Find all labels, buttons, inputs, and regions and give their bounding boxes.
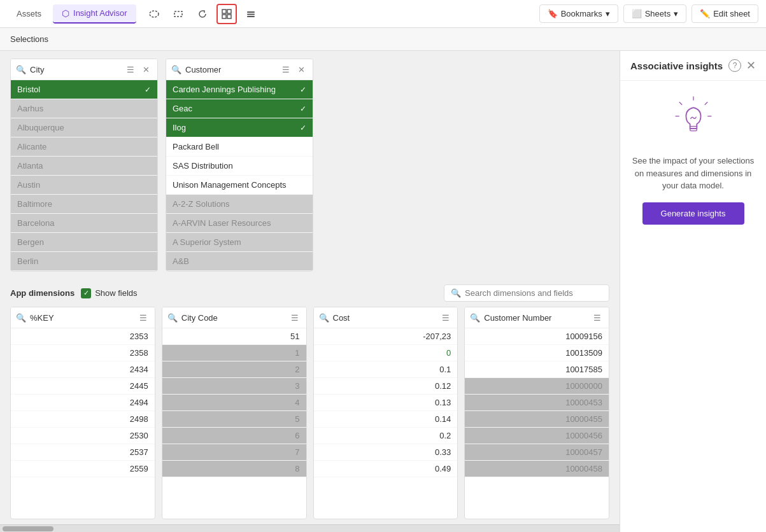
list-item[interactable]: 10000453 — [465, 395, 609, 411]
topbar-tool-icons — [144, 4, 261, 24]
list-item[interactable]: 2494 — [11, 395, 155, 411]
city-list-icon[interactable]: ☰ — [124, 63, 137, 76]
list-item[interactable]: 2559 — [11, 461, 155, 477]
customernumber-list-icon[interactable]: ☰ — [591, 311, 604, 324]
list-item[interactable]: 0.1 — [314, 361, 458, 378]
list-item[interactable]: 10000000 — [465, 378, 609, 395]
customer-item-packard[interactable]: Packard Bell — [166, 137, 313, 157]
city-item-albuquerque[interactable]: Albuquerque — [11, 118, 157, 137]
city-item-aarhus[interactable]: Aarhus — [11, 99, 157, 118]
key-panel-header: 🔍 %KEY ☰ — [11, 307, 155, 328]
selections-panels: 🔍 City ☰ ✕ Bristol ✓ Aarhus Albuquerque … — [0, 51, 620, 279]
generate-insights-button[interactable]: Generate insights — [642, 202, 744, 225]
rectangle-select-icon[interactable] — [168, 4, 188, 24]
list-item[interactable]: 10013509 — [465, 345, 609, 361]
customer-item-a2z[interactable]: A-2-Z Solutions — [166, 195, 313, 214]
list-item[interactable]: 10017585 — [465, 361, 609, 378]
search-dims-box[interactable]: 🔍 — [444, 284, 609, 302]
list-item[interactable]: -207,23 — [314, 328, 458, 345]
right-panel: Associative insights ? ✕ — [620, 51, 766, 532]
search-dims-input[interactable] — [465, 288, 602, 298]
list-item[interactable]: 3 — [162, 378, 306, 395]
svg-rect-5 — [227, 15, 231, 18]
sheets-button[interactable]: ⬜ Sheets ▾ — [623, 4, 686, 23]
list-item[interactable]: 0.13 — [314, 395, 458, 411]
list-item[interactable]: 2434 — [11, 361, 155, 378]
tab-insight-advisor[interactable]: ⬡ Insight Advisor — [53, 4, 136, 24]
list-item[interactable]: 5 — [162, 411, 306, 428]
list-item[interactable]: 4 — [162, 395, 306, 411]
key-list-icon[interactable]: ☰ — [137, 311, 150, 324]
bottom-scrollbar[interactable] — [0, 524, 620, 532]
svg-rect-4 — [222, 15, 226, 18]
customer-item-ilog[interactable]: Ilog ✓ — [166, 118, 313, 137]
dots-icon[interactable] — [241, 4, 261, 24]
list-item[interactable]: 8 — [162, 461, 306, 477]
show-fields-checkbox[interactable]: ✓ — [81, 288, 91, 298]
list-item[interactable]: 1 — [162, 345, 306, 361]
customer-item-sas[interactable]: SAS Distribution — [166, 157, 313, 176]
customer-item-aarvin[interactable]: A-ARVIN Laser Resources — [166, 214, 313, 233]
bookmarks-button[interactable]: 🔖 Bookmarks ▾ — [539, 4, 618, 23]
insight-advisor-icon: ⬡ — [62, 8, 69, 18]
cost-list-icon[interactable]: ☰ — [439, 311, 452, 324]
cost-search-icon: 🔍 — [319, 313, 329, 323]
list-item[interactable]: 0.33 — [314, 444, 458, 461]
city-item-austin[interactable]: Austin — [11, 176, 157, 195]
svg-point-0 — [150, 11, 159, 17]
customer-item-asuperior[interactable]: A Superior System — [166, 233, 313, 252]
citycode-list-icon[interactable]: ☰ — [288, 311, 301, 324]
customer-item-geac[interactable]: Geac ✓ — [166, 99, 313, 118]
customer-item-unison[interactable]: Unison Management Concepts — [166, 176, 313, 195]
tab-assets[interactable]: Assets — [8, 5, 50, 22]
list-item[interactable]: 2530 — [11, 428, 155, 444]
list-item[interactable]: 2537 — [11, 444, 155, 461]
list-item[interactable]: 0 — [314, 345, 458, 361]
city-item-baltimore[interactable]: Baltimore — [11, 195, 157, 214]
city-filter-list: Bristol ✓ Aarhus Albuquerque Alicante At… — [11, 80, 157, 271]
close-icon[interactable]: ✕ — [746, 59, 756, 73]
list-item[interactable]: 6 — [162, 428, 306, 444]
assets-label: Assets — [17, 9, 41, 18]
help-icon[interactable]: ? — [728, 59, 741, 72]
list-item[interactable]: 0.14 — [314, 411, 458, 428]
citycode-panel-title: City Code — [181, 313, 285, 323]
city-item-barcelona[interactable]: Barcelona — [11, 214, 157, 233]
right-panel-header: Associative insights ? ✕ — [620, 51, 766, 81]
city-item-berlin[interactable]: Berlin — [11, 252, 157, 271]
refresh-icon[interactable] — [192, 4, 213, 24]
edit-sheet-button[interactable]: ✏️ Edit sheet — [692, 4, 758, 23]
list-item[interactable]: 0.49 — [314, 461, 458, 477]
city-item-bergen[interactable]: Bergen — [11, 233, 157, 252]
list-item[interactable]: 51 — [162, 328, 306, 345]
grid-view-icon[interactable] — [216, 4, 237, 24]
list-item[interactable]: 2445 — [11, 378, 155, 395]
list-item[interactable]: 10000455 — [465, 411, 609, 428]
lightbulb-illustration — [668, 94, 719, 144]
show-fields-toggle[interactable]: ✓ Show fields — [81, 288, 137, 298]
citycode-search-icon: 🔍 — [167, 313, 178, 323]
city-item-atlanta[interactable]: Atlanta — [11, 157, 157, 176]
lasso-icon[interactable] — [144, 4, 164, 24]
city-clear-icon[interactable]: ✕ — [139, 63, 152, 76]
customer-list-icon[interactable]: ☰ — [280, 63, 292, 76]
topbar-left: Assets ⬡ Insight Advisor — [8, 4, 261, 24]
list-item[interactable]: 2358 — [11, 345, 155, 361]
list-item[interactable]: 0.2 — [314, 428, 458, 444]
list-item[interactable]: 10000458 — [465, 461, 609, 477]
list-item[interactable]: 2 — [162, 361, 306, 378]
list-item[interactable]: 0.12 — [314, 378, 458, 395]
list-item[interactable]: 10009156 — [465, 328, 609, 345]
customer-clear-icon[interactable]: ✕ — [295, 63, 308, 76]
customer-item-carden[interactable]: Carden Jennings Publishing ✓ — [166, 80, 313, 99]
city-item-bristol[interactable]: Bristol ✓ — [11, 80, 157, 99]
city-item-alicante[interactable]: Alicante — [11, 137, 157, 157]
svg-rect-3 — [227, 10, 231, 13]
list-item[interactable]: 2353 — [11, 328, 155, 345]
list-item[interactable]: 10000456 — [465, 428, 609, 444]
list-item[interactable]: 10000457 — [465, 444, 609, 461]
list-item[interactable]: 2498 — [11, 411, 155, 428]
customer-item-ab[interactable]: A&B — [166, 252, 313, 271]
scrollbar-thumb[interactable] — [3, 526, 53, 531]
list-item[interactable]: 7 — [162, 444, 306, 461]
